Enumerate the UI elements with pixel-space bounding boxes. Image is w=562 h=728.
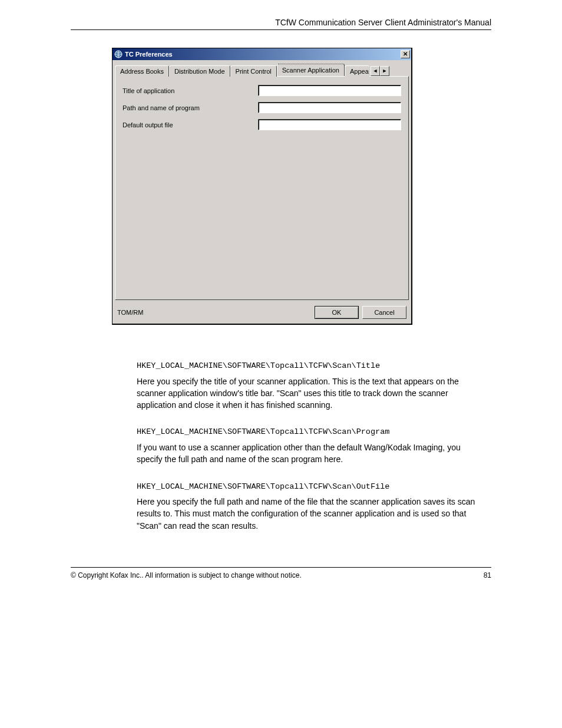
- desc-outfile: Here you specify the full path and name …: [137, 496, 480, 532]
- close-button[interactable]: ✕: [401, 50, 410, 58]
- tab-appearance[interactable]: Appea: [345, 65, 369, 77]
- body-text: HKEY_LOCAL_MACHINE\SOFTWARE\Topcall\TCFW…: [137, 360, 480, 532]
- desc-program: If you want to use a scanner application…: [137, 442, 480, 466]
- tab-scroll-right[interactable]: ►: [380, 66, 389, 76]
- close-icon: ✕: [403, 51, 408, 57]
- chevron-left-icon: ◄: [372, 68, 378, 74]
- tab-address-books[interactable]: Address Books: [115, 65, 169, 77]
- registry-path-title: HKEY_LOCAL_MACHINE\SOFTWARE\Topcall\TCFW…: [137, 360, 480, 372]
- default-output-file-label: Default output file: [123, 121, 258, 129]
- tab-panel-scanner: Title of application Path and name of pr…: [115, 76, 409, 300]
- path-name-of-program-input[interactable]: [258, 102, 401, 113]
- tab-scroll-left[interactable]: ◄: [371, 66, 380, 76]
- title-of-application-input[interactable]: [258, 85, 401, 96]
- tab-strip: Address Books Distribution Mode Print Co…: [113, 60, 411, 76]
- page-footer: © Copyright Kofax Inc.. All information …: [71, 567, 491, 579]
- preferences-dialog: TC Preferences ✕ Address Books Distribut…: [112, 48, 412, 325]
- tab-distribution-mode[interactable]: Distribution Mode: [169, 65, 230, 77]
- tab-scanner-application[interactable]: Scanner Application: [277, 64, 345, 76]
- tab-print-control[interactable]: Print Control: [230, 65, 277, 77]
- dialog-titlebar: TC Preferences ✕: [113, 48, 411, 60]
- path-name-of-program-label: Path and name of program: [123, 104, 258, 111]
- dialog-footer: TOM/RM OK Cancel: [113, 304, 411, 324]
- chevron-right-icon: ►: [382, 68, 387, 74]
- desc-title: Here you specify the title of your scann…: [137, 375, 480, 411]
- cancel-button[interactable]: Cancel: [362, 306, 406, 319]
- copyright: © Copyright Kofax Inc.. All information …: [71, 571, 302, 579]
- title-of-application-label: Title of application: [123, 87, 258, 94]
- app-icon: [114, 50, 123, 58]
- page-header: TCfW Communication Server Client Adminis…: [71, 18, 491, 30]
- registry-path-program: HKEY_LOCAL_MACHINE\SOFTWARE\Topcall\TCFW…: [137, 426, 480, 438]
- dialog-title: TC Preferences: [125, 51, 401, 58]
- ok-button[interactable]: OK: [315, 306, 359, 319]
- registry-path-outfile: HKEY_LOCAL_MACHINE\SOFTWARE\Topcall\TCFW…: [137, 481, 480, 493]
- page-number: 81: [484, 571, 491, 579]
- doc-title: TCfW Communication Server Client Adminis…: [275, 18, 491, 27]
- default-output-file-input[interactable]: [258, 119, 401, 130]
- footer-status: TOM/RM: [117, 309, 311, 316]
